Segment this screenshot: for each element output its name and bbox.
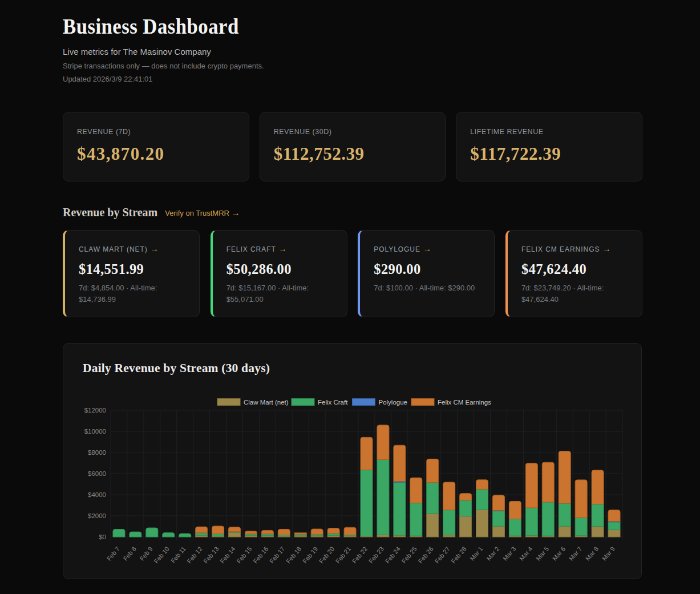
svg-text:Felix Craft: Felix Craft [318, 399, 348, 406]
svg-text:Feb 11: Feb 11 [169, 545, 187, 564]
svg-text:$6000: $6000 [88, 470, 106, 477]
svg-text:Feb 12: Feb 12 [185, 545, 203, 565]
svg-text:Feb 14: Feb 14 [219, 545, 236, 565]
svg-text:Feb 13: Feb 13 [202, 545, 220, 565]
svg-text:Mar 7: Mar 7 [568, 545, 583, 562]
svg-text:Feb 20: Feb 20 [318, 545, 335, 565]
svg-text:$10000: $10000 [84, 428, 106, 435]
svg-text:Mar 2: Mar 2 [485, 545, 500, 562]
svg-text:Claw Mart (net): Claw Mart (net) [244, 399, 289, 406]
svg-text:Mar 1: Mar 1 [468, 545, 484, 562]
svg-text:Mar 6: Mar 6 [551, 545, 567, 562]
svg-text:$0: $0 [99, 534, 106, 540]
svg-text:$8000: $8000 [88, 449, 106, 456]
svg-text:Feb 24: Feb 24 [384, 545, 402, 565]
svg-text:Mar 8: Mar 8 [584, 545, 600, 562]
svg-text:Mar 5: Mar 5 [535, 545, 550, 562]
svg-text:Feb 15: Feb 15 [235, 545, 253, 565]
svg-text:Feb 7: Feb 7 [106, 545, 121, 562]
svg-text:$2000: $2000 [88, 512, 106, 519]
svg-text:Feb 8: Feb 8 [122, 545, 137, 562]
svg-text:Feb 21: Feb 21 [334, 545, 352, 565]
svg-text:Polylogue: Polylogue [379, 399, 408, 406]
svg-text:Feb 26: Feb 26 [417, 545, 435, 565]
svg-text:Feb 27: Feb 27 [434, 545, 451, 565]
svg-text:Feb 23: Feb 23 [367, 545, 385, 565]
svg-text:Felix CM Earnings: Felix CM Earnings [438, 399, 491, 406]
svg-text:Feb 19: Feb 19 [301, 545, 319, 565]
svg-text:Feb 22: Feb 22 [351, 545, 369, 565]
svg-text:Feb 9: Feb 9 [139, 545, 154, 562]
svg-text:Feb 10: Feb 10 [153, 545, 171, 565]
svg-text:Feb 25: Feb 25 [400, 545, 418, 565]
svg-text:$12000: $12000 [84, 407, 106, 414]
svg-text:Mar 3: Mar 3 [501, 545, 517, 562]
svg-text:Mar 4: Mar 4 [518, 545, 533, 562]
svg-text:Mar 9: Mar 9 [601, 545, 616, 562]
svg-text:$4000: $4000 [88, 491, 106, 498]
svg-text:Feb 18: Feb 18 [285, 545, 302, 565]
svg-text:Feb 16: Feb 16 [252, 545, 269, 565]
svg-text:Feb 28: Feb 28 [450, 545, 467, 565]
svg-text:Feb 17: Feb 17 [268, 545, 286, 565]
